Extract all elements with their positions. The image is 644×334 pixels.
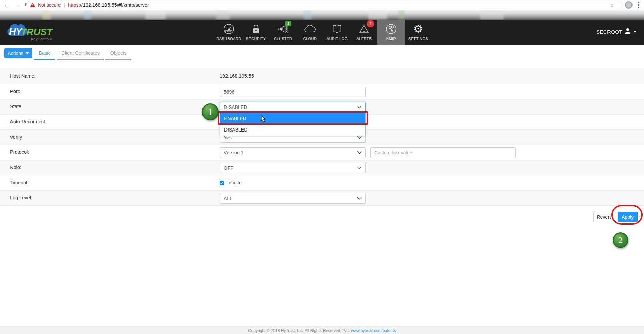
port-label: Port:	[10, 89, 20, 94]
row-log-level: Log Level: ALL	[0, 190, 644, 206]
row-nbio: Nbio: OFF	[0, 160, 644, 175]
host-name-value: 192.168.105.55	[220, 73, 254, 79]
url-text: ://192.168.105.55/#!/kmip/server	[79, 2, 149, 8]
chevron-down-icon	[357, 166, 362, 169]
url-scheme: https	[68, 2, 78, 8]
actions-caret-icon	[26, 52, 29, 54]
browser-forward-icon[interactable]: →	[13, 1, 22, 9]
tab-underline	[34, 59, 55, 60]
username-label: SECROOT	[596, 29, 622, 35]
row-port: Port:	[0, 84, 644, 99]
row-timeout: Timeout: Infinite	[0, 175, 644, 190]
tab-label: Client Certificates	[61, 50, 100, 56]
annotation-step-2-badge: 2	[613, 232, 628, 248]
tab-basic[interactable]: Basic	[34, 47, 55, 60]
patents-link[interactable]: www.hytrust.com/patents	[351, 328, 396, 333]
browser-back-icon[interactable]: ←	[3, 1, 11, 9]
url-separator: |	[64, 2, 65, 8]
user-menu[interactable]: SECROOT	[596, 28, 637, 36]
cluster-network-icon: 1	[277, 23, 289, 35]
infinite-checkbox-label: Infinite	[227, 180, 242, 185]
bookmark-blob	[42, 10, 51, 20]
kmip-keys-icon	[385, 23, 397, 35]
bookmark-blob	[304, 10, 312, 20]
browser-menu-icon[interactable]: •••	[636, 1, 641, 9]
tab-label: Basic	[39, 50, 50, 56]
nav-item-cloud[interactable]: CLOUD	[296, 20, 324, 45]
bookmarks-strip-blurred	[0, 10, 644, 20]
dashboard-gauge-icon	[223, 23, 235, 35]
chevron-down-icon	[357, 136, 362, 139]
tab-underline	[105, 59, 131, 60]
browser-toolbar: ← → ↻ Not secure | https ://192.168.105.…	[0, 0, 644, 10]
timeout-label: Timeout:	[10, 180, 29, 185]
svg-text:TRUST: TRUST	[21, 27, 53, 37]
nav-label: SETTINGS	[408, 37, 428, 41]
auto-reconnect-label: Auto-Reconnect:	[10, 119, 46, 124]
nav-label: SECURITY	[246, 37, 266, 41]
protocol-select-value: Version 1	[224, 150, 243, 156]
log-level-select[interactable]: ALL	[220, 193, 366, 204]
address-bar[interactable]: Not secure | https ://192.168.105.55/#!/…	[26, 1, 623, 9]
security-lock-icon	[250, 23, 262, 35]
audit-log-book-icon	[331, 23, 343, 35]
state-label: State	[10, 104, 21, 109]
row-protocol: Protocol: Version 1	[0, 145, 644, 160]
nav-item-security[interactable]: SECURITY	[242, 20, 270, 45]
verify-label: Verify	[10, 134, 22, 140]
alerts-count-badge: 1	[367, 20, 374, 27]
settings-gear-icon: ⚙	[412, 23, 424, 35]
nav-label: ALERTS	[357, 37, 372, 41]
option-enabled[interactable]: ENABLED	[220, 113, 365, 124]
not-secure-warning-icon	[30, 3, 35, 7]
nav-label: CLOUD	[303, 37, 317, 41]
alerts-warning-icon: 1	[358, 23, 370, 35]
user-caret-icon	[633, 31, 637, 33]
tab-label: Objects	[110, 50, 126, 56]
state-dropdown-list: ENABLED DISABLED	[220, 112, 366, 136]
row-host-name: Host Name: 192.168.105.55	[0, 69, 644, 84]
nav-item-alerts[interactable]: 1 ALERTS	[350, 20, 378, 45]
state-select-value: DISABLED	[224, 104, 247, 110]
custom-hex-input[interactable]	[370, 147, 516, 158]
apply-button[interactable]: Apply	[618, 212, 638, 222]
tab-objects[interactable]: Objects	[105, 47, 131, 60]
bookmark-blob	[398, 10, 404, 20]
bookmark-blob	[480, 10, 504, 20]
nav-item-audit-log[interactable]: AUDIT LOG	[323, 20, 351, 45]
svg-text:KeyControl®: KeyControl®	[31, 37, 52, 41]
host-name-label: Host Name:	[10, 73, 36, 79]
state-select[interactable]: DISABLED	[220, 102, 366, 112]
port-input[interactable]	[220, 87, 366, 97]
nbio-label: Nbio:	[10, 165, 21, 170]
page-footer: Copyright © 2018 HyTrust, Inc. All Right…	[0, 326, 644, 334]
nav-label: KMIP	[386, 37, 396, 41]
mouse-cursor-icon	[261, 115, 266, 124]
protocol-select[interactable]: Version 1	[220, 147, 366, 158]
user-avatar-icon	[624, 28, 631, 36]
nav-item-dashboard[interactable]: DASHBOARD	[215, 20, 243, 45]
browser-profile-icon[interactable]	[625, 1, 633, 9]
nav-label: DASHBOARD	[216, 37, 241, 41]
bookmark-star-icon[interactable]: ☆	[610, 2, 614, 8]
copyright-text: Copyright © 2018 HyTrust, Inc. All Right…	[248, 328, 351, 333]
bookmark-blob	[368, 10, 387, 20]
nbio-select[interactable]: OFF	[220, 163, 366, 173]
option-disabled[interactable]: DISABLED	[220, 124, 365, 136]
tab-underline	[57, 59, 104, 60]
not-secure-label: Not secure	[38, 2, 61, 8]
bookmark-blob	[84, 10, 91, 20]
nav-label: AUDIT LOG	[327, 37, 348, 41]
actions-button[interactable]: Actions	[4, 48, 32, 58]
hytrust-logo[interactable]: HY TRUST KeyControl®	[6, 22, 64, 42]
kmip-server-page: ← → ↻ Not secure | https ://192.168.105.…	[0, 0, 644, 334]
nav-item-kmip[interactable]: KMIP	[377, 20, 405, 45]
nav-item-cluster[interactable]: 1 CLUSTER	[269, 20, 297, 45]
chevron-down-icon	[357, 151, 362, 154]
nav-label: CLUSTER	[274, 37, 292, 41]
revert-button[interactable]: Revert	[593, 212, 614, 222]
bookmark-blob	[145, 10, 166, 20]
tab-client-certificates[interactable]: Client Certificates	[57, 47, 104, 60]
infinite-checkbox[interactable]	[220, 181, 224, 185]
nav-item-settings[interactable]: ⚙ SETTINGS	[404, 20, 432, 45]
